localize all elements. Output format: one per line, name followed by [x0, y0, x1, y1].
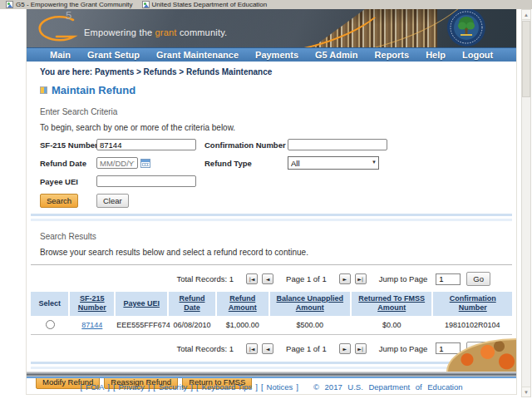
results-top-divider	[31, 264, 512, 265]
nav-item-grant-setup[interactable]: Grant Setup	[79, 50, 148, 60]
scroll-up-icon[interactable]: ▲	[522, 10, 530, 20]
scroll-down-icon[interactable]: ▼	[522, 387, 530, 397]
section-divider	[31, 214, 512, 221]
cell-confirmation: 19810102R0104	[432, 316, 512, 335]
col-header-payee-uei: Payee UEI	[115, 292, 168, 316]
broken-image-alt-ed: United States Department of Education	[152, 1, 268, 8]
payee-uei-input[interactable]	[96, 175, 196, 187]
col-header-sf215: SF-215 Number	[69, 292, 115, 316]
total-records-value: 1	[229, 274, 234, 283]
col-header-refund-amount: Refund Amount	[216, 292, 269, 316]
footer-link-keyboard-tips[interactable]: Keyboard Tips	[202, 382, 253, 392]
department-of-education-seal-icon	[446, 9, 486, 47]
nav-item-g5-admin[interactable]: G5 Admin	[307, 50, 367, 60]
nav-item-reports[interactable]: Reports	[367, 50, 418, 60]
breadcrumb: You are here: Payments > Refunds > Refun…	[40, 67, 512, 76]
page-indicator: Page 1 of 1	[286, 344, 327, 353]
sf215-label: SF-215 Number	[40, 140, 96, 150]
payee-uei-label: Payee UEI	[40, 177, 96, 186]
footer-gradient-bar	[27, 372, 516, 378]
jump-to-page-input[interactable]	[436, 273, 461, 285]
jump-to-page-label: Jump to Page	[379, 344, 428, 353]
g5-banner: 5 Empowering the grant community.	[27, 9, 516, 47]
nav-item-payments[interactable]: Payments	[247, 50, 307, 60]
col-header-returned-fmss: Returned To FMSS Amount	[351, 292, 432, 316]
cell-returned-fmss: $0.00	[351, 316, 432, 335]
next-page-button[interactable]: ►	[339, 343, 351, 354]
nav-item-logout[interactable]: Logout	[454, 50, 501, 60]
results-table: Select SF-215 Number Payee UEI Refund Da…	[31, 292, 512, 335]
page-title-row: Maintain Refund	[40, 84, 512, 96]
maintain-refund-bullet-icon	[40, 86, 47, 94]
col-header-balance-unapplied: Balance Unapplied Amount	[269, 292, 351, 316]
first-page-button[interactable]: |◄	[246, 273, 258, 284]
total-records-label: Total Records:	[176, 274, 227, 283]
sf215-input[interactable]	[96, 139, 196, 150]
last-page-button[interactable]: ►|	[355, 343, 367, 354]
sf215-link[interactable]: 87144	[81, 321, 102, 329]
search-button[interactable]: Search	[40, 194, 78, 208]
last-page-button[interactable]: ►|	[355, 273, 367, 284]
refund-type-select[interactable]: All	[288, 156, 379, 170]
breadcrumb-path[interactable]: Payments > Refunds > Refunds Maintenance	[95, 67, 272, 76]
search-criteria-form: SF-215 Number Confirmation Number Refund…	[40, 139, 512, 187]
go-button[interactable]: Go	[466, 272, 490, 286]
clear-button[interactable]: Clear	[96, 194, 129, 208]
footer: [FOIA] [Privacy] [Security] [Keyboard Ti…	[27, 382, 516, 392]
section-divider	[31, 362, 512, 369]
refund-date-input[interactable]	[96, 157, 138, 169]
footer-link-foia[interactable]: FOIA	[86, 382, 104, 392]
banner-tagline: Empowering the grant community.	[84, 27, 227, 37]
col-header-select: Select	[31, 292, 69, 316]
jump-to-page-input[interactable]	[436, 342, 461, 354]
copyright-text: © 2017 U.S. Department of Education	[313, 382, 463, 392]
nav-item-main[interactable]: Main	[42, 50, 79, 60]
scrollbar-thumb[interactable]	[522, 21, 530, 97]
footer-link-privacy[interactable]: Privacy	[119, 382, 145, 392]
broken-image-icon	[142, 1, 150, 8]
vertical-scrollbar[interactable]: ▲ ▼	[521, 9, 531, 397]
col-header-confirmation: Confirmation Number	[432, 292, 512, 316]
cell-refund-amount: $1,000.00	[216, 316, 269, 335]
first-page-button[interactable]: |◄	[246, 343, 258, 354]
cell-payee-uei: EEE555FFF674	[115, 316, 168, 335]
confirmation-label: Confirmation Number	[204, 140, 288, 150]
nav-item-grant-maintenance[interactable]: Grant Maintenance	[148, 50, 247, 60]
page-title: Maintain Refund	[52, 84, 135, 96]
pagination-bottom: Total Records: 1 |◄ ◄ Page 1 of 1 ► ►| J…	[31, 342, 490, 356]
table-row: 87144 EEE555FFF674 06/08/2010 $1,000.00 …	[31, 316, 512, 335]
select-record-radio[interactable]	[46, 320, 55, 329]
footer-link-notices[interactable]: Notices	[267, 382, 293, 392]
broken-image-icon	[6, 1, 13, 8]
next-page-button[interactable]: ►	[339, 273, 351, 284]
form-buttons-row: Search Clear	[40, 194, 512, 208]
calendar-icon[interactable]	[140, 159, 150, 168]
prev-page-button[interactable]: ◄	[262, 343, 273, 354]
page-container: 5 Empowering the grant community. Main G…	[27, 9, 516, 394]
pagination-top: Total Records: 1 |◄ ◄ Page 1 of 1 ► ►| J…	[31, 272, 490, 286]
col-header-refund-date: Refund Date	[168, 292, 216, 316]
refund-date-label: Refund Date	[40, 159, 96, 168]
g5-logo-five: 5	[66, 9, 72, 22]
main-nav: Main Grant Setup Grant Maintenance Payme…	[27, 47, 516, 62]
criteria-hint: To begin, search by one or more of the c…	[40, 123, 512, 132]
total-records-value: 1	[229, 344, 234, 353]
enter-search-criteria-label: Enter Search Criteria	[40, 107, 512, 116]
cell-refund-date: 06/08/2010	[168, 316, 216, 335]
broken-images-strip: G5 - Empowering the Grant Community Unit…	[0, 0, 532, 9]
total-records-label: Total Records:	[176, 344, 227, 353]
results-instruction: Browse your search results below and sel…	[40, 248, 512, 257]
jump-to-page-label: Jump to Page	[379, 274, 428, 283]
page-indicator: Page 1 of 1	[286, 274, 327, 283]
breadcrumb-prefix: You are here:	[40, 67, 92, 76]
prev-page-button[interactable]: ◄	[262, 273, 273, 284]
footer-link-security[interactable]: Security	[159, 382, 187, 392]
g5-logo-icon	[32, 13, 80, 47]
refund-type-label: Refund Type	[204, 159, 288, 168]
search-results-label: Search Results	[40, 232, 512, 241]
table-header-row: Select SF-215 Number Payee UEI Refund Da…	[31, 292, 512, 316]
nav-item-help[interactable]: Help	[417, 50, 454, 60]
confirmation-input[interactable]	[288, 139, 387, 150]
cell-balance-unapplied: $500.00	[269, 316, 351, 335]
broken-image-alt-g5: G5 - Empowering the Grant Community	[16, 1, 133, 8]
